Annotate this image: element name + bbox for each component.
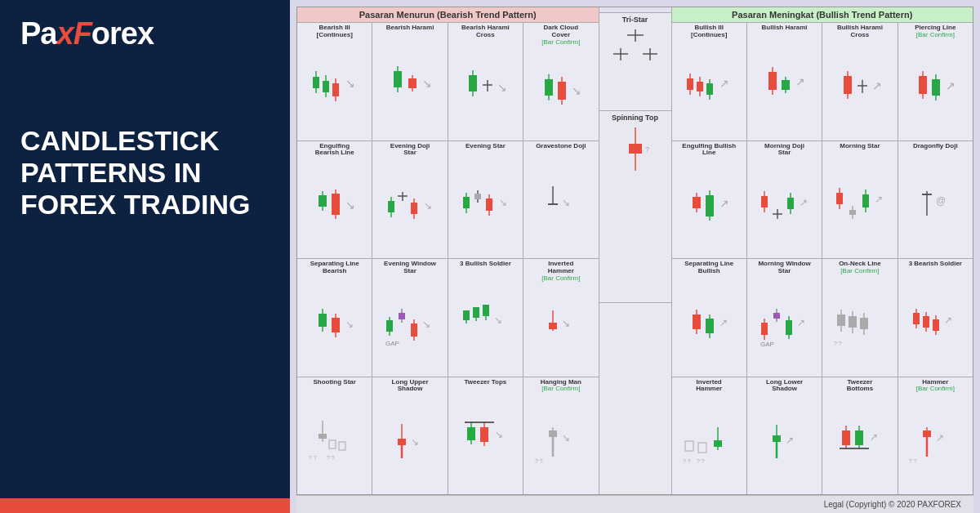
bearish-header: Pasaran Menurun (Bearish Trend Pattern)	[297, 7, 599, 23]
svg-rect-60	[318, 314, 327, 327]
bearish-cell-4-3: Tweezer Tops	[448, 377, 523, 495]
svg-rect-122	[629, 144, 642, 154]
svg-text:↘: ↘	[345, 319, 354, 330]
svg-rect-149	[919, 76, 927, 94]
svg-rect-156	[693, 197, 701, 208]
bullish-cell-3-3: On-Neck Line[Bar Confirm]	[822, 259, 898, 377]
bullish-cell-2-2: Morning DojiStar	[747, 141, 822, 259]
svg-rect-175	[849, 210, 856, 215]
svg-rect-228	[714, 440, 722, 447]
svg-text:↗: ↗	[719, 317, 728, 328]
svg-text:↘: ↘	[562, 197, 570, 208]
bullish-cell-2-1: Engulfing BullishLine ↗	[672, 141, 747, 259]
bearish-cell-3-2: Evening WindowStar	[372, 259, 448, 377]
svg-rect-67	[386, 320, 393, 332]
svg-rect-196	[773, 313, 780, 319]
bullish-cell-2-4: Dragonfly Doji @	[898, 141, 973, 259]
bearish-cell-2-2: Evening DojiStar	[372, 141, 448, 259]
bearish-cell-4-2: Long UpperShadow ↘	[372, 377, 448, 495]
bearish-cell-2-1: EngulfingBearish Line ↘	[297, 141, 372, 259]
svg-rect-204	[837, 314, 845, 326]
svg-text:↘: ↘	[572, 84, 581, 97]
footer: Legal (Copyright) © 2020 PAXFOREX	[296, 495, 973, 513]
svg-rect-210	[860, 318, 868, 329]
svg-rect-88	[549, 323, 557, 329]
svg-text:? ?: ? ?	[309, 455, 317, 461]
svg-text:↘: ↘	[345, 199, 355, 212]
svg-rect-129	[697, 82, 703, 91]
svg-rect-70	[399, 313, 405, 319]
svg-rect-217	[923, 316, 929, 328]
svg-rect-163	[761, 196, 768, 207]
svg-text:↗: ↗	[797, 317, 805, 328]
svg-rect-200	[786, 320, 792, 335]
bearish-row-3: Separating LineBearish ↘	[297, 259, 599, 377]
svg-text:?: ?	[645, 145, 649, 154]
svg-rect-126	[687, 78, 693, 90]
bearish-section: Pasaran Menurun (Bearish Trend Pattern) …	[297, 7, 599, 494]
svg-text:↘: ↘	[422, 319, 430, 330]
svg-rect-223	[685, 441, 693, 451]
svg-text:↗: ↗	[800, 197, 808, 208]
svg-text:↘: ↘	[494, 314, 502, 326]
svg-rect-231	[773, 435, 781, 442]
bullish-grid: Bullish III[Continues]	[672, 23, 973, 494]
svg-rect-143	[844, 76, 852, 94]
svg-text:GAP: GAP	[760, 341, 774, 348]
svg-rect-207	[849, 316, 857, 328]
svg-text:? ?: ? ?	[697, 458, 705, 464]
svg-rect-189	[706, 319, 714, 333]
bullish-cell-1-4: Piercing Line[Bar Confirm] ↗	[898, 23, 973, 141]
bearish-cell-1-1: Bearish III[Continues]	[297, 23, 372, 141]
bullish-row-3: Separating LineBullish ↗	[672, 259, 973, 377]
bullish-row-2: Engulfing BullishLine ↗	[672, 141, 973, 260]
svg-rect-168	[787, 198, 794, 209]
svg-rect-81	[473, 307, 479, 318]
svg-rect-34	[332, 194, 340, 215]
svg-rect-235	[842, 430, 850, 445]
svg-rect-53	[486, 199, 492, 211]
svg-rect-152	[932, 79, 940, 96]
svg-text:↘: ↘	[411, 436, 419, 448]
chart-container: Pasaran Menurun (Bearish Trend Pattern) …	[296, 7, 973, 495]
svg-text:↘: ↘	[562, 318, 570, 329]
svg-rect-14	[408, 78, 416, 88]
svg-rect-136	[768, 72, 777, 90]
bullish-cell-4-4: Hammer[Bar Confirm] ↗ ? ?	[898, 377, 973, 495]
center-header	[599, 7, 671, 13]
svg-rect-7	[332, 83, 339, 96]
chart-main: Pasaran Menurun (Bearish Trend Pattern) …	[297, 7, 973, 494]
svg-rect-193	[761, 323, 768, 335]
svg-rect-31	[318, 195, 327, 207]
bullish-cell-1-3: Bullish HaramiCross ↗	[822, 23, 898, 141]
svg-rect-214	[913, 313, 920, 324]
svg-rect-178	[862, 194, 869, 207]
bullish-cell-3-4: 3 Bearish Soldier	[898, 259, 973, 377]
bearish-row-2: EngulfingBearish Line ↘	[297, 141, 599, 260]
bullish-cell-4-1: InvertedHammer ? ? ? ?	[672, 377, 747, 495]
bearish-cell-4-4: Hanging Man[Bar Confirm] ↘ ? ?	[523, 377, 598, 495]
bullish-cell-1-1: Bullish III[Continues]	[672, 23, 747, 141]
svg-text:? ?: ? ?	[834, 341, 842, 346]
svg-rect-106	[480, 427, 488, 442]
svg-rect-243	[923, 430, 931, 437]
bullish-cell-4-3: TweezerBottoms	[822, 377, 898, 495]
svg-text:? ?: ? ?	[327, 455, 335, 461]
center-spinningtop: Spinning Top ?	[599, 111, 671, 303]
svg-text:↘: ↘	[345, 77, 355, 90]
bearish-cell-2-3: Evening Star	[448, 141, 523, 259]
svg-text:↘: ↘	[422, 77, 432, 90]
svg-text:↘: ↘	[497, 81, 507, 94]
svg-text:↗: ↗	[944, 314, 952, 326]
svg-text:@: @	[936, 195, 946, 207]
svg-text:↗: ↗	[875, 194, 883, 205]
svg-rect-139	[782, 80, 790, 90]
bullish-row-1: Bullish III[Continues]	[672, 23, 973, 141]
svg-rect-27	[558, 82, 566, 100]
bearish-cell-1-2: Bearish Harami ↘	[372, 23, 448, 141]
svg-text:↗: ↗	[719, 197, 729, 210]
svg-rect-18	[469, 75, 477, 91]
svg-text:↘: ↘	[562, 432, 570, 444]
svg-rect-38	[388, 201, 394, 212]
svg-rect-95	[339, 442, 345, 450]
